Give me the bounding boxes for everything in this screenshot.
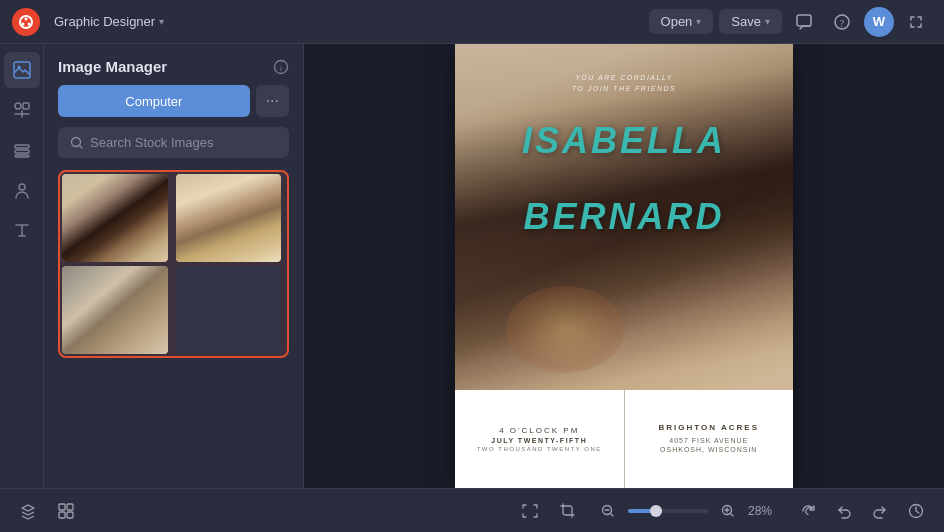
- canvas-area[interactable]: YOU ARE CORDIALLY TO JOIN THE FRIENDS IS…: [304, 44, 944, 488]
- top-text-line2: TO JOIN THE FRIENDS: [455, 83, 793, 94]
- svg-rect-12: [15, 150, 29, 153]
- zoom-percent: 28%: [748, 504, 782, 518]
- more-dots: ···: [266, 92, 279, 110]
- image-grid-container: [44, 170, 303, 488]
- list-item[interactable]: [176, 174, 282, 262]
- svg-rect-20: [59, 512, 65, 518]
- bottombar: 28%: [0, 488, 944, 532]
- zoom-controls: 28%: [594, 497, 782, 525]
- sidebar-item-elements[interactable]: [4, 92, 40, 128]
- top-text-line1: YOU ARE CORDIALLY: [455, 72, 793, 83]
- svg-point-1: [25, 17, 28, 20]
- list-item[interactable]: [62, 266, 168, 354]
- invitation-venue: BRIGHTON ACRES 4057 FISK AVENUE OSHKOSH,…: [625, 390, 794, 488]
- invitation-year: TWO THOUSAND TWENTY ONE: [477, 446, 602, 452]
- main-layout: Image Manager i Computer ··· Search Stoc…: [0, 44, 944, 488]
- invitation-photo: YOU ARE CORDIALLY TO JOIN THE FRIENDS IS…: [455, 44, 793, 390]
- image-grid: [62, 174, 285, 354]
- chevron-down-icon: ▾: [159, 16, 164, 27]
- app-name-label: Graphic Designer: [54, 14, 155, 29]
- list-item-empty: [176, 266, 282, 354]
- invitation-bottom: 4 O'CLOCK PM JULY TWENTY-FIFTH TWO THOUS…: [455, 390, 793, 488]
- svg-rect-11: [15, 145, 29, 148]
- invitation-time: 4 O'CLOCK PM: [499, 426, 579, 435]
- zoom-slider-fill: [628, 509, 652, 513]
- panel-header: Image Manager i: [44, 44, 303, 85]
- svg-point-3: [28, 22, 31, 25]
- invitation-address-line2: OSHKOSH, WISCONSIN: [660, 445, 757, 455]
- invitation-venue-name: BRIGHTON ACRES: [659, 423, 759, 433]
- design-canvas: YOU ARE CORDIALLY TO JOIN THE FRIENDS IS…: [455, 44, 793, 488]
- svg-rect-13: [15, 155, 29, 157]
- panel-actions: Computer ···: [44, 85, 303, 127]
- history-button[interactable]: [900, 495, 932, 527]
- refresh-icon-button[interactable]: [792, 495, 824, 527]
- invitation-time-date: 4 O'CLOCK PM JULY TWENTY-FIFTH TWO THOUS…: [455, 390, 625, 488]
- invitation-top-text: YOU ARE CORDIALLY TO JOIN THE FRIENDS: [455, 72, 793, 94]
- panel-title: Image Manager: [58, 58, 167, 75]
- search-label: Search Stock Images: [90, 135, 214, 150]
- invitation-name-line2: BERNARD: [455, 196, 793, 238]
- zoom-out-button[interactable]: [594, 497, 622, 525]
- help-icon-button[interactable]: ?: [826, 6, 858, 38]
- sidebar-item-images[interactable]: [4, 52, 40, 88]
- zoom-slider-thumb[interactable]: [650, 505, 662, 517]
- sidebar-item-people[interactable]: [4, 172, 40, 208]
- save-button[interactable]: Save ▾: [719, 9, 782, 34]
- open-button[interactable]: Open ▾: [649, 9, 714, 34]
- redo-button[interactable]: [864, 495, 896, 527]
- sidebar-item-text[interactable]: [4, 212, 40, 248]
- bottom-left-actions: [12, 495, 82, 527]
- chevron-down-icon: ▾: [696, 16, 701, 27]
- app-name-button[interactable]: Graphic Designer ▾: [48, 10, 170, 33]
- app-logo[interactable]: [12, 8, 40, 36]
- crop-button[interactable]: [552, 495, 584, 527]
- invitation-name-line1: ISABELLA: [455, 120, 793, 162]
- canvas-fit-actions: [514, 495, 584, 527]
- topbar-actions: Open ▾ Save ▾ ? W: [649, 6, 932, 38]
- fit-screen-button[interactable]: [514, 495, 546, 527]
- svg-rect-4: [797, 15, 811, 26]
- svg-rect-10: [23, 103, 29, 109]
- chat-icon-button[interactable]: [788, 6, 820, 38]
- image-manager-panel: Image Manager i Computer ··· Search Stoc…: [44, 44, 304, 488]
- computer-button[interactable]: Computer: [58, 85, 250, 117]
- icon-sidebar: [0, 44, 44, 488]
- zoom-slider[interactable]: [628, 509, 708, 513]
- sidebar-item-layers[interactable]: [4, 132, 40, 168]
- svg-point-9: [15, 103, 21, 109]
- expand-icon-button[interactable]: [900, 6, 932, 38]
- invitation-date: JULY TWENTY-FIFTH: [491, 437, 587, 444]
- layers-icon-button[interactable]: [12, 495, 44, 527]
- svg-point-2: [22, 22, 25, 25]
- bottom-right-actions: [792, 495, 932, 527]
- more-options-button[interactable]: ···: [256, 85, 289, 117]
- svg-text:?: ?: [840, 17, 845, 28]
- selected-images-border: [58, 170, 289, 358]
- svg-rect-19: [67, 504, 73, 510]
- chevron-down-icon: ▾: [765, 16, 770, 27]
- svg-text:i: i: [280, 63, 283, 73]
- svg-point-14: [19, 184, 25, 190]
- search-stock-images-button[interactable]: Search Stock Images: [58, 127, 289, 158]
- zoom-in-button[interactable]: [714, 497, 742, 525]
- avatar[interactable]: W: [864, 7, 894, 37]
- save-label: Save: [731, 14, 761, 29]
- list-item[interactable]: [62, 174, 168, 262]
- avatar-letter: W: [873, 14, 885, 29]
- open-label: Open: [661, 14, 693, 29]
- undo-button[interactable]: [828, 495, 860, 527]
- svg-rect-21: [67, 512, 73, 518]
- svg-rect-18: [59, 504, 65, 510]
- invitation-address-line1: 4057 FISK AVENUE: [669, 436, 748, 446]
- info-icon-button[interactable]: i: [273, 59, 289, 75]
- topbar: Graphic Designer ▾ Open ▾ Save ▾ ? W: [0, 0, 944, 44]
- search-icon: [70, 136, 84, 150]
- grid-icon-button[interactable]: [50, 495, 82, 527]
